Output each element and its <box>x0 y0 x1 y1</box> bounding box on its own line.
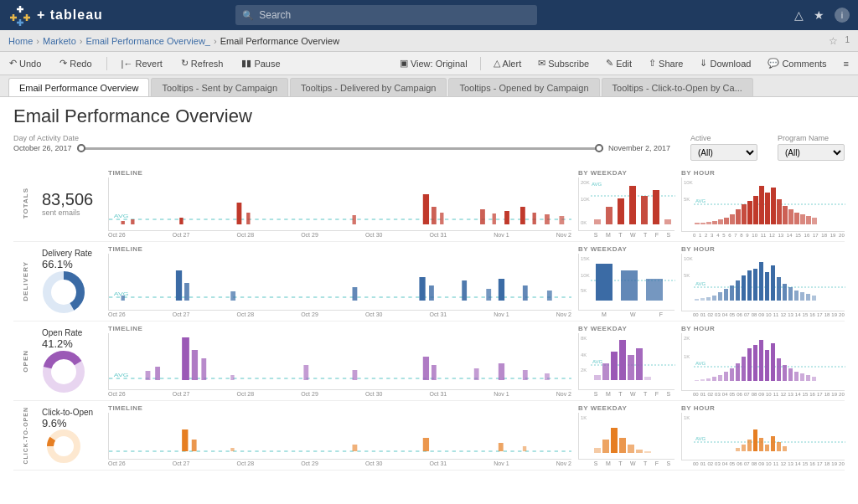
filter-slider[interactable] <box>77 147 603 150</box>
svg-rect-159 <box>712 377 716 381</box>
refresh-button[interactable]: ↻ Refresh <box>177 56 228 70</box>
svg-rect-190 <box>602 440 609 453</box>
svg-rect-49 <box>712 221 717 224</box>
svg-rect-185 <box>423 438 429 451</box>
svg-rect-138 <box>523 370 528 380</box>
totals-label: TOTALS <box>22 188 29 219</box>
svg-rect-136 <box>474 368 479 380</box>
share-button[interactable]: ⇧ Share <box>644 56 687 70</box>
svg-rect-38 <box>629 186 636 224</box>
pause-button[interactable]: ▮▮ Pause <box>237 56 284 70</box>
svg-rect-167 <box>759 340 763 381</box>
svg-rect-62 <box>788 209 793 224</box>
svg-rect-25 <box>504 211 509 224</box>
svg-rect-40 <box>653 190 659 224</box>
tab-delivered-campaign[interactable]: Tooltips - Delivered by Campaign <box>290 78 447 96</box>
download-button[interactable]: ⇓ Download <box>695 56 755 70</box>
svg-rect-79 <box>353 287 358 301</box>
svg-rect-93 <box>646 279 663 301</box>
tab-clicktoopen-campaign[interactable]: Tooltips - Click-to-Open by Ca... <box>602 78 753 96</box>
svg-text:20K: 20K <box>581 180 590 185</box>
bookmark-icon[interactable]: ☆ <box>829 35 838 47</box>
page-title: Email Performance Overview <box>13 105 845 127</box>
breadcrumb-current: Email Performance Overview <box>220 36 339 46</box>
svg-rect-47 <box>700 223 706 224</box>
breadcrumb-home[interactable]: Home <box>8 36 33 46</box>
svg-rect-133 <box>353 370 358 380</box>
search-input[interactable] <box>259 9 530 21</box>
tab-opened-campaign[interactable]: Tooltips - Opened by Campaign <box>448 78 599 96</box>
svg-rect-27 <box>533 213 536 224</box>
svg-rect-80 <box>419 277 425 301</box>
comments-button[interactable]: 💬 Comments <box>763 56 830 70</box>
open-rate-label: Open Rate <box>42 328 82 337</box>
svg-rect-199 <box>753 429 757 451</box>
svg-rect-29 <box>559 216 564 224</box>
filter-active-select[interactable]: (All) <box>690 144 757 161</box>
svg-rect-24 <box>493 213 496 224</box>
svg-text:5K: 5K <box>684 197 690 202</box>
search-bar[interactable]: 🔍 <box>235 5 537 25</box>
undo-button[interactable]: ↶ Undo <box>5 56 45 70</box>
more-button[interactable]: ≡ <box>840 57 853 70</box>
filter-active-label: Active <box>690 134 757 142</box>
tab-email-performance[interactable]: Email Performance Overview <box>8 78 149 96</box>
svg-text:10K: 10K <box>684 256 693 261</box>
toolbar: ↶ Undo ↷ Redo |← Revert ↻ Refresh ▮▮ Pau… <box>0 52 858 75</box>
svg-rect-26 <box>520 207 525 224</box>
cto-timeline-chart: 100 <box>109 413 571 455</box>
breadcrumb-marketo[interactable]: Marketo <box>43 36 76 46</box>
svg-text:AVG: AVG <box>592 359 603 364</box>
star-icon[interactable]: ★ <box>814 8 824 22</box>
filter-day-label: Day of Activity Date <box>13 134 670 142</box>
slider-right-thumb[interactable] <box>595 144 603 152</box>
svg-rect-137 <box>499 363 504 380</box>
svg-point-177 <box>50 433 77 460</box>
svg-rect-41 <box>664 219 671 224</box>
open-weekday-chart: 8K 4K 2K AVG <box>579 333 675 383</box>
cto-label: CLICK-TO-OPEN <box>23 407 28 464</box>
filter-program-select[interactable]: (All) <box>778 144 845 161</box>
slider-left-thumb[interactable] <box>77 144 85 152</box>
delivery-weekday-chart: 15K 10K 5K <box>579 254 675 304</box>
navbar-icons: △ ★ i <box>794 8 850 23</box>
cto-weekday-chart: 1K <box>579 413 675 455</box>
svg-rect-85 <box>523 285 528 301</box>
cto-rate-value: 9.6% <box>42 417 67 429</box>
svg-rect-57 <box>759 186 764 224</box>
comments-icon: 💬 <box>768 58 779 69</box>
svg-rect-150 <box>636 348 643 380</box>
svg-rect-103 <box>724 289 728 301</box>
delivery-timeline-chart: 8K 6K 4K 2K AVG <box>109 254 571 304</box>
download-icon: ⇓ <box>700 58 707 69</box>
svg-rect-115 <box>794 291 799 301</box>
subscribe-button[interactable]: ✉ Subscribe <box>534 56 593 70</box>
cto-donut <box>42 429 85 463</box>
svg-rect-108 <box>753 269 757 301</box>
breadcrumb-sep-3: › <box>214 36 217 46</box>
tab-sent-campaign[interactable]: Tooltips - Sent by Campaign <box>151 78 288 96</box>
edit-button[interactable]: ✎ Edit <box>602 56 636 70</box>
revert-button[interactable]: |← Revert <box>117 57 167 70</box>
totals-hour-chart: 10K 5K AVG <box>682 177 845 228</box>
svg-rect-91 <box>596 264 612 301</box>
open-hour-chart: 2K 1K AVG <box>682 333 845 383</box>
svg-rect-131 <box>230 375 234 380</box>
redo-button[interactable]: ↷ Redo <box>55 56 96 70</box>
svg-text:2K: 2K <box>684 336 690 341</box>
subscribe-icon: ✉ <box>538 58 545 69</box>
delivery-donut <box>42 270 85 314</box>
view-button[interactable]: ▣ View: Original <box>395 56 472 70</box>
undo-icon: ↶ <box>9 58 17 69</box>
svg-rect-207 <box>747 440 752 451</box>
alert-button[interactable]: △ Alert <box>489 56 526 70</box>
breadcrumb-overview-link[interactable]: Email Performance Overview_ <box>85 36 210 46</box>
svg-rect-139 <box>545 373 550 380</box>
alert-icon[interactable]: △ <box>794 8 804 22</box>
info-icon[interactable]: i <box>835 8 850 23</box>
svg-rect-66 <box>812 218 817 224</box>
view-icon: ▣ <box>400 58 408 69</box>
logo: + tableau <box>8 3 103 27</box>
delivery-rate-value: 66.1% <box>42 258 73 270</box>
svg-text:0K: 0K <box>581 220 587 225</box>
